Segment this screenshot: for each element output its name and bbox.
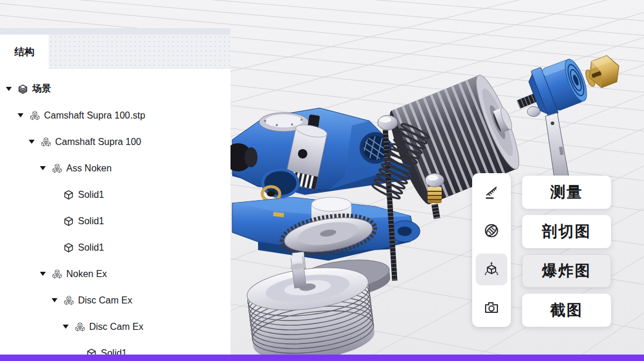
tab-structure-label: 结构 [15, 45, 35, 59]
section-label-button[interactable]: 剖切图 [522, 215, 611, 248]
tree-item-solid1[interactable]: Solid1 [0, 208, 231, 234]
tree-item-solid1[interactable]: Solid1 [0, 234, 231, 261]
measure-label: 测量 [550, 182, 583, 203]
assembly-icon [52, 163, 62, 174]
explode-tool-button[interactable] [472, 250, 511, 289]
panel-top-strip [0, 28, 231, 35]
caret-down-icon[interactable] [52, 298, 59, 302]
explode-icon [483, 261, 500, 278]
solid-cube-icon [63, 216, 74, 227]
tab-structure[interactable]: 结构 [0, 35, 49, 69]
tree-item-label: Disc Cam Ex [78, 295, 132, 306]
tab-bar-empty-area [49, 35, 231, 69]
tree-item-scene[interactable]: 场景 [0, 76, 231, 102]
measure-label-button[interactable]: 测量 [522, 176, 611, 209]
tree-item-label: Disc Cam Ex [89, 322, 143, 332]
tree-item-noken-ex[interactable]: Noken Ex [0, 261, 231, 287]
tree-item-ass-noken[interactable]: Ass Noken [0, 155, 231, 181]
structure-tree: 场景 Camshaft Supra 100.stp Camshaft Supra… [0, 69, 231, 361]
tool-icon-strip [472, 173, 511, 327]
tree-item-label: Solid1 [78, 190, 104, 200]
camera-icon [483, 299, 500, 316]
bottom-progress-bar [0, 355, 644, 361]
screenshot-label-button[interactable]: 截图 [522, 293, 611, 327]
solid-cube-icon [63, 242, 74, 253]
tree-item-label: Ass Noken [66, 163, 111, 174]
assembly-icon [29, 110, 40, 121]
tool-labels: 测量 剖切图 爆炸图 截图 [522, 176, 611, 333]
tree-item-solid1[interactable]: Solid1 [0, 181, 231, 208]
part-brass-nut[interactable] [582, 53, 624, 92]
section-tool-button[interactable] [472, 212, 511, 251]
caret-down-icon[interactable] [40, 272, 47, 276]
panel-tabs: 结构 [0, 35, 231, 69]
section-label: 剖切图 [542, 221, 591, 242]
screenshot-tool-button[interactable] [472, 289, 511, 328]
solid-cube-icon [63, 190, 74, 200]
caret-down-icon[interactable] [40, 166, 47, 170]
tree-item-camshaft-stp[interactable]: Camshaft Supra 100.stp [0, 102, 231, 129]
section-icon [483, 222, 500, 239]
explode-label-button[interactable]: 爆炸图 [522, 254, 611, 288]
tree-item-disc-cam-ex[interactable]: Disc Cam Ex [0, 287, 231, 313]
caret-down-icon[interactable] [29, 140, 36, 144]
tree-item-disc-cam-ex[interactable]: Disc Cam Ex [0, 313, 231, 340]
ruler-icon [483, 184, 500, 201]
tree-item-label: Noken Ex [66, 269, 107, 279]
caret-down-icon[interactable] [18, 113, 25, 117]
screenshot-label: 截图 [550, 300, 583, 320]
assembly-icon [40, 137, 51, 147]
tree-item-label: Solid1 [78, 216, 104, 227]
scene-icon [18, 84, 28, 95]
assembly-icon [52, 269, 62, 279]
part-brass-screw[interactable] [425, 174, 444, 219]
cad-app-window: 结构 场景 Camshaft Supra 100.stp Camshaft Su… [0, 0, 644, 361]
assembly-icon [63, 295, 74, 306]
part-grooved-pulley[interactable] [243, 244, 399, 361]
tree-item-label: 场景 [32, 83, 51, 95]
structure-panel: 结构 场景 Camshaft Supra 100.stp Camshaft Su… [0, 28, 231, 361]
explode-label: 爆炸图 [542, 261, 591, 281]
tree-item-label: Camshaft Supra 100 [55, 137, 141, 147]
assembly-icon [74, 322, 85, 332]
caret-down-icon[interactable] [63, 325, 70, 329]
tree-item-label: Camshaft Supra 100.stp [44, 110, 145, 121]
caret-down-icon[interactable] [6, 87, 13, 91]
measure-tool-button[interactable] [472, 173, 511, 212]
tree-item-camshaft[interactable]: Camshaft Supra 100 [0, 129, 231, 155]
tree-item-label: Solid1 [78, 242, 104, 253]
